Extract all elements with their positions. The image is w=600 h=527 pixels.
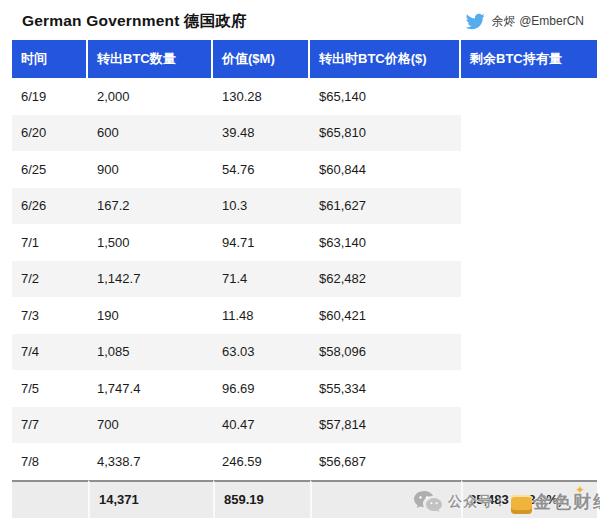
cell-date: 6/19	[12, 78, 88, 115]
cell-value: 71.4	[213, 261, 310, 298]
cell-price: $61,627	[310, 188, 461, 225]
cell-date: 7/8	[12, 443, 88, 480]
table-row: 6/26167.210.3$61,627	[12, 188, 597, 225]
table-row: 7/51,747.496.69$55,334	[12, 370, 597, 407]
cell-remaining	[461, 370, 597, 407]
cell-value: 63.03	[213, 334, 310, 371]
cell-amount: 14,371	[88, 480, 213, 518]
cell-price	[310, 480, 461, 518]
cell-value: 11.48	[213, 297, 310, 334]
cell-amount: 190	[88, 297, 213, 334]
cell-amount: 700	[88, 407, 213, 444]
cell-value: 246.59	[213, 443, 310, 480]
cell-remaining	[461, 78, 597, 115]
cell-amount: 1,747.4	[88, 370, 213, 407]
cell-date: 6/25	[12, 151, 88, 188]
twitter-icon	[465, 13, 485, 30]
cell-value: 54.76	[213, 151, 310, 188]
cell-remaining	[461, 115, 597, 152]
cell-remaining	[461, 443, 597, 480]
table-row: 7/319011.48$60,421	[12, 297, 597, 334]
page-title: German Government 德国政府	[22, 11, 247, 32]
cell-remaining	[461, 407, 597, 444]
cell-date: 6/20	[12, 115, 88, 152]
cell-date: 6/26	[12, 188, 88, 225]
cell-value: 96.69	[213, 370, 310, 407]
table-row: 7/21,142.771.4$62,482	[12, 261, 597, 298]
column-header-remaining: 剩余BTC持有量	[461, 40, 597, 78]
cell-value: 130.28	[213, 78, 310, 115]
cell-date	[12, 480, 88, 518]
table-total-row: 14,371859.1935,483 (-28.8%)	[12, 480, 597, 518]
cell-remaining	[461, 334, 597, 371]
cell-price: $65,810	[310, 115, 461, 152]
column-header-amount: 转出BTC数量	[88, 40, 213, 78]
cell-price: $56,687	[310, 443, 461, 480]
table-row: 7/11,50094.71$63,140	[12, 224, 597, 261]
table-row: 7/84,338.7246.59$56,687	[12, 443, 597, 480]
cell-amount: 2,000	[88, 78, 213, 115]
cell-price: $63,140	[310, 224, 461, 261]
cell-amount: 4,338.7	[88, 443, 213, 480]
cell-remaining	[461, 151, 597, 188]
cell-amount: 600	[88, 115, 213, 152]
cell-date: 7/4	[12, 334, 88, 371]
cell-amount: 167.2	[88, 188, 213, 225]
table-row: 7/41,08563.03$58,096	[12, 334, 597, 371]
cell-price: $60,421	[310, 297, 461, 334]
column-header-price: 转出时BTC价格($)	[310, 40, 461, 78]
cell-amount: 1,085	[88, 334, 213, 371]
cell-value: 39.48	[213, 115, 310, 152]
cell-remaining	[461, 224, 597, 261]
table-header-row: 时间 转出BTC数量 价值($M) 转出时BTC价格($) 剩余BTC持有量	[12, 40, 597, 78]
cell-amount: 1,500	[88, 224, 213, 261]
table-body: 6/192,000130.28$65,1406/2060039.48$65,81…	[12, 78, 597, 518]
btc-transfers-table: 时间 转出BTC数量 价值($M) 转出时BTC价格($) 剩余BTC持有量 6…	[12, 40, 597, 518]
cell-date: 7/1	[12, 224, 88, 261]
cell-value: 40.47	[213, 407, 310, 444]
table-row: 6/192,000130.28$65,140	[12, 78, 597, 115]
table-row: 6/2590054.76$60,844	[12, 151, 597, 188]
author-attribution: 余烬 @EmberCN	[465, 13, 584, 30]
cell-date: 7/3	[12, 297, 88, 334]
cell-value: 10.3	[213, 188, 310, 225]
cell-remaining: 35,483 (-28.8%)	[461, 480, 597, 518]
cell-value: 859.19	[213, 480, 310, 518]
cell-price: $60,844	[310, 151, 461, 188]
author-handle: 余烬 @EmberCN	[492, 13, 584, 30]
cell-remaining	[461, 297, 597, 334]
cell-price: $65,140	[310, 78, 461, 115]
column-header-value: 价值($M)	[213, 40, 310, 78]
cell-price: $62,482	[310, 261, 461, 298]
table-row: 6/2060039.48$65,810	[12, 115, 597, 152]
cell-date: 7/2	[12, 261, 88, 298]
cell-remaining	[461, 188, 597, 225]
cell-remaining	[461, 261, 597, 298]
cell-value: 94.71	[213, 224, 310, 261]
cell-amount: 1,142.7	[88, 261, 213, 298]
cell-price: $55,334	[310, 370, 461, 407]
cell-price: $57,814	[310, 407, 461, 444]
cell-price: $58,096	[310, 334, 461, 371]
cell-date: 7/7	[12, 407, 88, 444]
page-header: German Government 德国政府 余烬 @EmberCN	[0, 0, 600, 40]
cell-date: 7/5	[12, 370, 88, 407]
cell-amount: 900	[88, 151, 213, 188]
table-row: 7/770040.47$57,814	[12, 407, 597, 444]
column-header-time: 时间	[12, 40, 88, 78]
